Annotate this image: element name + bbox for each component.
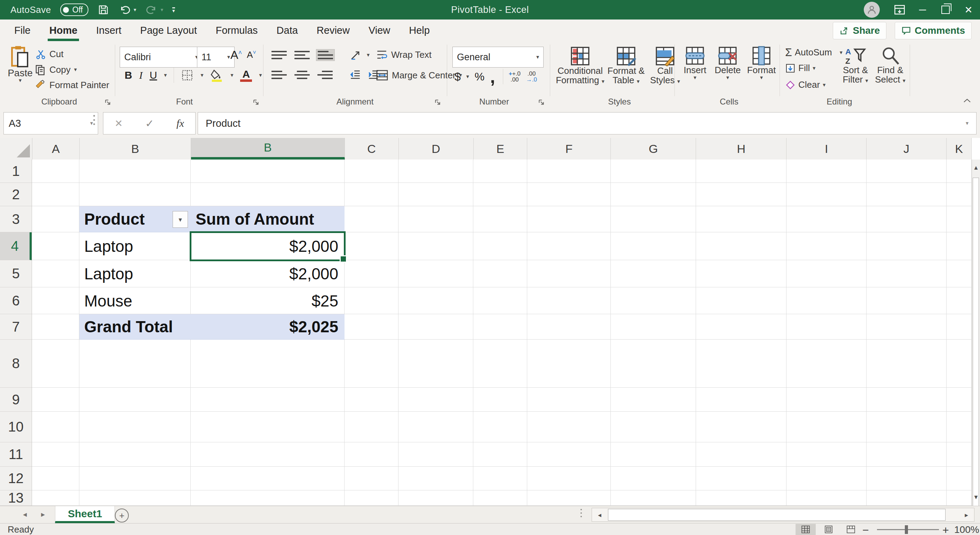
column-header-a-0[interactable]: A bbox=[32, 138, 80, 160]
align-center-button[interactable] bbox=[293, 69, 311, 80]
row-header-13[interactable]: 13 bbox=[0, 490, 32, 506]
close-button[interactable]: ✕ bbox=[957, 0, 980, 19]
scroll-down-icon[interactable]: ▼ bbox=[972, 490, 980, 505]
fill-dropdown-icon[interactable]: ▾ bbox=[813, 65, 815, 71]
formula-input[interactable]: Product ▾ bbox=[198, 112, 977, 134]
new-sheet-button[interactable]: + bbox=[115, 508, 129, 522]
column-header-h-8[interactable]: H bbox=[696, 138, 786, 160]
fill-button[interactable]: Fill ▾ bbox=[785, 63, 815, 73]
name-box[interactable]: A3 ▾ bbox=[3, 112, 98, 134]
format-as-table-button[interactable]: Format & Table ▾ bbox=[607, 46, 645, 85]
format-painter-button[interactable]: Format Painter bbox=[35, 80, 109, 91]
scroll-up-icon[interactable]: ▲ bbox=[972, 160, 980, 176]
decrease-decimal-button[interactable]: .00 →.0 bbox=[526, 71, 537, 83]
cell-c5[interactable]: $2,000 bbox=[191, 260, 345, 287]
column-header-f-6[interactable]: F bbox=[527, 138, 611, 160]
middle-align-button[interactable] bbox=[293, 50, 311, 61]
next-sheet-icon[interactable]: ▸ bbox=[41, 510, 45, 519]
ribbon-display-options-icon[interactable] bbox=[888, 0, 911, 19]
zoom-slider-track[interactable] bbox=[877, 529, 939, 530]
row-header-12[interactable]: 12 bbox=[0, 467, 32, 490]
cell-styles-button[interactable]: Call Styles ▾ bbox=[646, 46, 684, 85]
spreadsheet-grid[interactable]: 12345678910111213 Product ▾ Sum of Amoun… bbox=[0, 160, 972, 506]
row-header-3[interactable]: 3 bbox=[0, 206, 32, 232]
column-header-g-7[interactable]: G bbox=[611, 138, 696, 160]
bottom-align-button[interactable] bbox=[316, 49, 335, 61]
orientation-button[interactable] bbox=[349, 49, 362, 61]
tab-scroll-splitter[interactable] bbox=[581, 509, 582, 517]
number-format-combo[interactable]: General▾ bbox=[452, 47, 544, 67]
row-header-10[interactable]: 10 bbox=[0, 412, 32, 442]
font-color-button[interactable]: A bbox=[240, 69, 252, 82]
row-header-5[interactable]: 5 bbox=[0, 260, 32, 287]
copy-button[interactable]: Copy ▾ bbox=[35, 64, 77, 75]
collapse-ribbon-icon[interactable] bbox=[963, 97, 972, 104]
row-header-1[interactable]: 1 bbox=[0, 160, 32, 183]
tab-review[interactable]: Review bbox=[307, 19, 359, 41]
alignment-dialog-launcher-icon[interactable] bbox=[434, 99, 441, 106]
cell-b4[interactable]: Laptop bbox=[80, 232, 191, 260]
active-cell-selection[interactable] bbox=[190, 231, 345, 261]
cell-c3-sum-header[interactable]: Sum of Amount bbox=[191, 206, 345, 232]
clear-button[interactable]: Clear ▾ bbox=[785, 80, 826, 90]
vertical-scrollbar[interactable]: ▲ ▼ bbox=[972, 160, 980, 506]
fill-handle[interactable] bbox=[340, 255, 347, 263]
minimize-button[interactable]: ─ bbox=[911, 0, 934, 19]
orientation-dropdown-icon[interactable]: ▾ bbox=[367, 52, 369, 58]
prev-sheet-icon[interactable]: ◂ bbox=[23, 510, 27, 519]
top-align-button[interactable] bbox=[270, 50, 288, 61]
accounting-format-button[interactable]: $ bbox=[455, 70, 461, 83]
clear-dropdown-icon[interactable]: ▾ bbox=[823, 82, 826, 88]
format-cells-button[interactable]: Format ▾ bbox=[745, 46, 778, 80]
fill-color-button[interactable] bbox=[210, 69, 223, 82]
row-header-11[interactable]: 11 bbox=[0, 442, 32, 467]
row-header-7[interactable]: 7 bbox=[0, 314, 32, 340]
tab-home[interactable]: Home bbox=[40, 19, 87, 41]
number-dialog-launcher-icon[interactable] bbox=[538, 99, 545, 106]
increase-decimal-button[interactable]: ++.0 .00 bbox=[509, 71, 520, 83]
conditional-formatting-button[interactable]: Conditional Formatting ▾ bbox=[555, 46, 606, 85]
comments-button[interactable]: Comments bbox=[895, 22, 972, 39]
insert-cells-dropdown-icon[interactable]: ▾ bbox=[694, 75, 696, 80]
sheet-tab-sheet1[interactable]: Sheet1 bbox=[55, 506, 115, 523]
decrease-font-size-button[interactable]: A˅ bbox=[247, 50, 256, 60]
horizontal-scroll-thumb[interactable] bbox=[608, 509, 945, 521]
column-header-e-5[interactable]: E bbox=[474, 138, 528, 160]
tab-data[interactable]: Data bbox=[267, 19, 307, 41]
cell-c6[interactable]: $25 bbox=[191, 287, 345, 314]
row-header-9[interactable]: 9 bbox=[0, 388, 32, 412]
merge-center-button[interactable]: Marge & Center ▾ bbox=[376, 69, 462, 81]
scroll-left-icon[interactable]: ◂ bbox=[592, 508, 607, 521]
align-right-button[interactable] bbox=[316, 69, 334, 80]
percent-style-button[interactable]: % bbox=[475, 70, 484, 83]
borders-dropdown-icon[interactable]: ▾ bbox=[200, 72, 203, 78]
sort-filter-button[interactable]: A Z Sort & Filter ▾ bbox=[839, 46, 872, 84]
increase-font-size-button[interactable]: A˄ bbox=[231, 48, 242, 62]
column-header-j-10[interactable]: J bbox=[867, 138, 947, 160]
tab-formulas[interactable]: Formulas bbox=[206, 19, 267, 41]
column-header-c-3[interactable]: C bbox=[345, 138, 399, 160]
bold-button[interactable]: B bbox=[124, 69, 132, 81]
column-header-b-2[interactable]: B bbox=[191, 138, 345, 160]
row-header-6[interactable]: 6 bbox=[0, 287, 32, 314]
tab-page-layout[interactable]: Page Layout bbox=[131, 19, 206, 41]
tab-view[interactable]: View bbox=[359, 19, 399, 41]
enter-icon[interactable]: ✓ bbox=[145, 117, 154, 129]
cell-c7-grand-total-value[interactable]: $2,025 bbox=[191, 314, 345, 340]
horizontal-scrollbar[interactable]: ◂ ▸ bbox=[592, 508, 974, 522]
underline-button[interactable]: U bbox=[150, 69, 157, 81]
select-all-corner[interactable] bbox=[0, 138, 32, 160]
share-button[interactable]: Share bbox=[833, 22, 886, 39]
column-header-b-1[interactable]: B bbox=[80, 138, 191, 160]
font-dialog-launcher-icon[interactable] bbox=[253, 99, 259, 106]
normal-view-button[interactable] bbox=[795, 524, 816, 535]
font-color-dropdown-icon[interactable]: ▾ bbox=[259, 72, 262, 78]
row-header-2[interactable]: 2 bbox=[0, 183, 32, 206]
underline-dropdown-icon[interactable]: ▾ bbox=[164, 72, 167, 78]
font-size-combo[interactable]: 11▾ bbox=[197, 47, 235, 67]
restore-button[interactable] bbox=[934, 0, 957, 19]
page-break-preview-button[interactable] bbox=[841, 524, 861, 535]
copy-dropdown-icon[interactable]: ▾ bbox=[74, 67, 77, 72]
tab-insert[interactable]: Insert bbox=[87, 19, 131, 41]
cell-b3-product-header[interactable]: Product ▾ bbox=[80, 206, 191, 232]
